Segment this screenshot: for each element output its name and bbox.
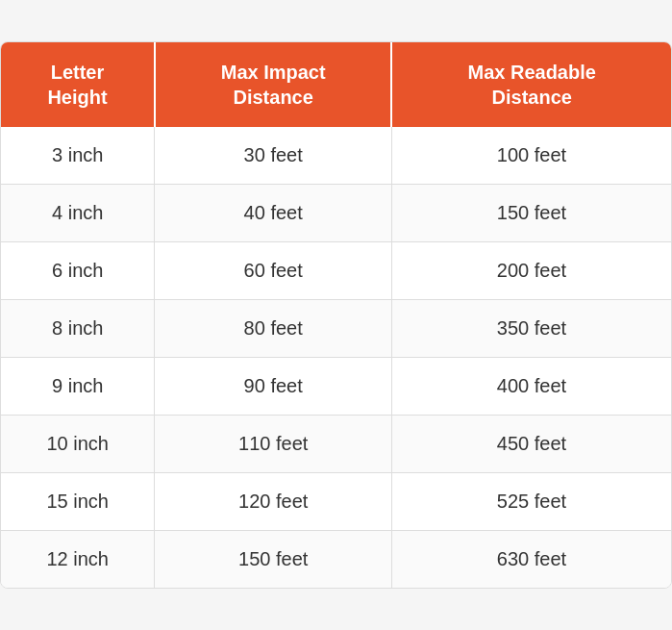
distance-table: LetterHeight Max ImpactDistance Max Read… bbox=[1, 42, 671, 588]
cell-letter-height: 12 inch bbox=[1, 531, 155, 589]
table-row: 10 inch110 feet450 feet bbox=[1, 416, 671, 473]
cell-max-readable: 200 feet bbox=[391, 242, 671, 300]
cell-max-impact: 120 feet bbox=[155, 473, 391, 531]
cell-max-impact: 110 feet bbox=[155, 416, 391, 473]
table-body: 3 inch30 feet100 feet4 inch40 feet150 fe… bbox=[1, 127, 671, 588]
cell-letter-height: 6 inch bbox=[1, 242, 155, 300]
cell-max-impact: 40 feet bbox=[155, 185, 391, 242]
table-row: 8 inch80 feet350 feet bbox=[1, 300, 671, 358]
cell-max-readable: 100 feet bbox=[391, 127, 671, 185]
header-max-impact: Max ImpactDistance bbox=[155, 42, 391, 127]
table-container: LetterHeight Max ImpactDistance Max Read… bbox=[0, 41, 672, 589]
table-header-row: LetterHeight Max ImpactDistance Max Read… bbox=[1, 42, 671, 127]
cell-letter-height: 15 inch bbox=[1, 473, 155, 531]
table-row: 6 inch60 feet200 feet bbox=[1, 242, 671, 300]
cell-max-readable: 630 feet bbox=[391, 531, 671, 589]
cell-max-readable: 525 feet bbox=[391, 473, 671, 531]
table-row: 12 inch150 feet630 feet bbox=[1, 531, 671, 589]
table-row: 9 inch90 feet400 feet bbox=[1, 358, 671, 416]
cell-max-impact: 150 feet bbox=[155, 531, 391, 589]
table-row: 4 inch40 feet150 feet bbox=[1, 185, 671, 242]
cell-max-readable: 450 feet bbox=[391, 416, 671, 473]
cell-max-readable: 350 feet bbox=[391, 300, 671, 358]
cell-max-impact: 80 feet bbox=[155, 300, 391, 358]
cell-letter-height: 3 inch bbox=[1, 127, 155, 185]
table-row: 3 inch30 feet100 feet bbox=[1, 127, 671, 185]
table-row: 15 inch120 feet525 feet bbox=[1, 473, 671, 531]
cell-max-impact: 90 feet bbox=[155, 358, 391, 416]
header-max-readable: Max ReadableDistance bbox=[391, 42, 671, 127]
cell-letter-height: 9 inch bbox=[1, 358, 155, 416]
cell-letter-height: 10 inch bbox=[1, 416, 155, 473]
cell-max-impact: 30 feet bbox=[155, 127, 391, 185]
header-letter-height: LetterHeight bbox=[1, 42, 155, 127]
cell-letter-height: 4 inch bbox=[1, 185, 155, 242]
cell-max-impact: 60 feet bbox=[155, 242, 391, 300]
cell-letter-height: 8 inch bbox=[1, 300, 155, 358]
cell-max-readable: 150 feet bbox=[391, 185, 671, 242]
cell-max-readable: 400 feet bbox=[391, 358, 671, 416]
